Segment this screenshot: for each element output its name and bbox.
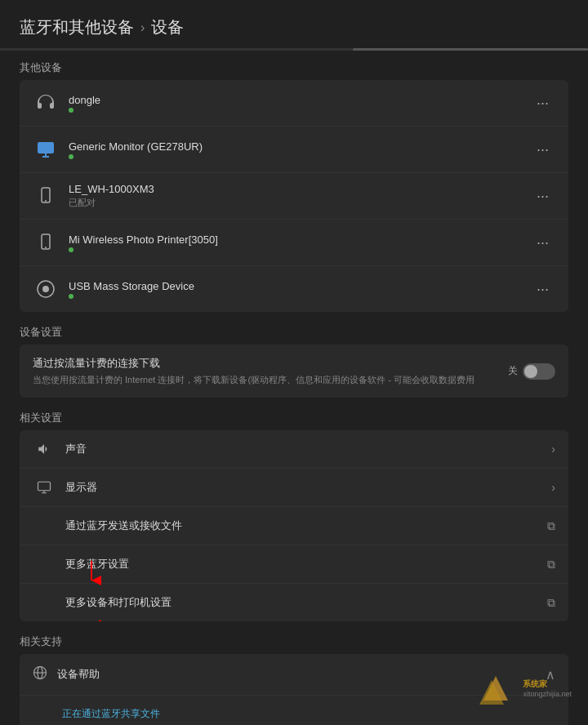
breadcrumb-parent[interactable]: 蓝牙和其他设备 [20, 16, 134, 38]
related-item-sound-label: 声音 [65, 442, 551, 456]
related-item-display[interactable]: 显示器 › [20, 469, 568, 507]
related-item-sound[interactable]: 声音 › [20, 430, 568, 469]
device-icon-monitor [33, 136, 59, 162]
other-devices-section: 其他设备 dongle ··· [0, 51, 588, 312]
external-link-icon: ⧉ [547, 596, 555, 610]
breadcrumb-separator: › [140, 20, 145, 35]
svg-point-6 [42, 286, 49, 292]
device-info-dongle: dongle [69, 94, 530, 113]
device-status-wh1000: 已配对 [69, 197, 530, 209]
related-settings-list: 声音 › 显示器 › 通过蓝牙发送或接收文件 ⧉ [20, 430, 568, 621]
svg-rect-0 [38, 142, 54, 153]
toggle-container: 关 [508, 363, 555, 380]
svg-point-2 [45, 200, 47, 202]
related-item-bt-transfer-label: 通过蓝牙发送或接收文件 [65, 518, 547, 533]
device-status-monitor [69, 154, 530, 159]
toggle-thumb [524, 365, 537, 378]
device-more-dongle[interactable]: ··· [530, 91, 555, 115]
related-item-bt-transfer[interactable]: 通过蓝牙发送或接收文件 ⧉ [20, 507, 568, 545]
device-item-printer[interactable]: Mi Wireless Photo Printer[3050] ··· [20, 220, 568, 266]
display-icon [33, 480, 56, 495]
status-dot [69, 247, 74, 252]
device-info-monitor: Generic Monitor (GE278UR) [69, 140, 530, 159]
device-item-dongle[interactable]: dongle ··· [20, 80, 568, 127]
globe-icon [33, 665, 47, 683]
related-item-more-devices-label: 更多设备和打印机设置 [65, 595, 547, 610]
device-name-dongle: dongle [69, 94, 530, 106]
status-dot [69, 294, 74, 299]
device-icon-usb [33, 276, 59, 302]
device-item-monitor[interactable]: Generic Monitor (GE278UR) ··· [20, 127, 568, 173]
device-info-usb: USB Mass Storage Device [69, 280, 530, 299]
external-link-icon: ⧉ [547, 519, 555, 533]
device-status-printer [69, 247, 530, 252]
external-link-icon: ⧉ [547, 558, 555, 572]
device-icon-headset [33, 90, 59, 116]
device-info-wh1000: LE_WH-1000XM3 已配对 [69, 183, 530, 209]
related-item-more-devices[interactable]: 更多设备和打印机设置 ⧉ [20, 584, 568, 621]
related-support-title: 相关支持 [20, 634, 568, 649]
device-name-printer: Mi Wireless Photo Printer[3050] [69, 234, 530, 246]
device-more-printer[interactable]: ··· [530, 231, 555, 255]
device-name-monitor: Generic Monitor (GE278UR) [69, 140, 530, 153]
other-devices-title: 其他设备 [20, 60, 568, 75]
settings-page: 蓝牙和其他设备 › 设备 其他设备 dongle [0, 0, 588, 725]
chevron-right-icon: › [551, 481, 555, 494]
metered-connection-card-desc: 当您使用按流量计费的 Internet 连接时，将下载新设备(驱动程序、信息和应… [33, 374, 495, 386]
scroll-bar[interactable] [0, 48, 588, 51]
metered-toggle[interactable] [523, 363, 555, 380]
metered-connection-card-title: 通过按流量计费的连接下载 [33, 356, 495, 371]
device-more-usb[interactable]: ··· [530, 278, 555, 301]
status-dot [69, 154, 74, 159]
related-settings-title: 相关设置 [20, 411, 568, 425]
device-name-wh1000: LE_WH-1000XM3 [69, 183, 530, 195]
related-item-display-label: 显示器 [65, 480, 551, 495]
svg-rect-7 [38, 483, 51, 491]
metered-connection-card[interactable]: 通过按流量计费的连接下载 当您使用按流量计费的 Internet 连接时，将下载… [20, 345, 568, 398]
sound-icon [33, 442, 56, 456]
device-info-printer: Mi Wireless Photo Printer[3050] [69, 234, 530, 252]
metered-connection-text: 通过按流量计费的连接下载 当您使用按流量计费的 Internet 连接时，将下载… [33, 356, 495, 386]
device-list: dongle ··· Generic Monitor (GE278UR) [20, 80, 568, 312]
device-help-label: 设备帮助 [57, 667, 546, 682]
svg-point-4 [45, 247, 47, 248]
device-settings-title: 设备设置 [20, 325, 568, 340]
device-icon-phone [33, 183, 59, 209]
device-more-monitor[interactable]: ··· [530, 138, 555, 162]
sharing-file-link[interactable]: 正在通过蓝牙共享文件 [62, 708, 160, 719]
related-settings-section: 相关设置 声音 › 显示器 [0, 398, 588, 621]
device-status-usb [69, 294, 530, 299]
device-item-usb[interactable]: USB Mass Storage Device ··· [20, 266, 568, 312]
device-item-wh1000[interactable]: LE_WH-1000XM3 已配对 ··· [20, 173, 568, 220]
page-title: 设备 [151, 16, 184, 38]
device-more-wh1000[interactable]: ··· [530, 185, 555, 208]
device-settings-section: 设备设置 通过按流量计费的连接下载 当您使用按流量计费的 Internet 连接… [0, 312, 588, 398]
toggle-label: 关 [508, 364, 518, 378]
device-status-dongle [69, 108, 530, 113]
device-name-usb: USB Mass Storage Device [69, 280, 530, 292]
chevron-right-icon: › [551, 443, 555, 456]
watermark: 系统家 xitongzhijia.net [475, 668, 572, 709]
scroll-bar-thumb [353, 48, 588, 51]
page-header: 蓝牙和其他设备 › 设备 [0, 0, 588, 48]
status-dot [69, 108, 74, 113]
related-item-more-bt-label: 更多蓝牙设置 [65, 557, 547, 572]
device-icon-printer [33, 229, 59, 256]
related-item-more-bt[interactable]: 更多蓝牙设置 ⧉ [20, 545, 568, 584]
